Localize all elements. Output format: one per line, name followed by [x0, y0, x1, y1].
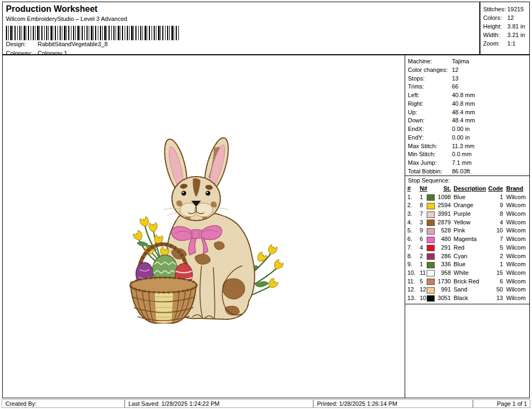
stop-sequence-row: 8. 2 286 Cyan 2 Wilcom: [405, 252, 529, 261]
machine-info-label: Up:: [408, 108, 452, 117]
machine-info-row: Trims:66: [408, 83, 528, 91]
summary-label: Width:: [483, 31, 507, 39]
machine-info-value: 86.03ft: [452, 168, 470, 174]
footer-page-number: Page 1 of 1: [473, 399, 530, 408]
machine-info-row: Down:48.4 mm: [408, 116, 528, 125]
design-barcode: [6, 26, 179, 40]
thread-description: Sand: [454, 286, 468, 294]
row-num: 8.: [407, 252, 418, 261]
design-name: RabbitSitandVegetable3_8: [38, 40, 107, 48]
stop-sequence-header: # N# St. Description Code Brand: [405, 185, 529, 193]
thread-code: 10: [486, 227, 503, 235]
machine-info-label: Machine:: [408, 57, 452, 66]
machine-info-value: 0.0 mm: [452, 151, 472, 157]
thread-code: 50: [486, 286, 503, 294]
machine-info-value: 40.8 mm: [452, 100, 475, 107]
stitch-count: 2879: [432, 218, 451, 227]
machine-info-label: Down:: [408, 116, 452, 125]
thread-brand: Wilcom: [506, 235, 526, 244]
thread-brand: Wilcom: [506, 218, 526, 227]
stop-sequence-row: 6. 6 480 Magenta 7 Wilcom: [405, 235, 529, 244]
machine-info-label: Max Stitch:: [408, 142, 452, 151]
thread-brand: Wilcom: [506, 277, 526, 286]
thread-code: 2: [486, 252, 503, 261]
machine-info-value: 40.8 mm: [452, 92, 475, 98]
machine-info-row: Machine:Tajima: [408, 57, 528, 66]
page-title: Production Worksheet: [6, 4, 97, 14]
thread-brand: Wilcom: [506, 252, 526, 261]
machine-info-label: Right:: [408, 100, 452, 108]
footer-last-saved: Last Saved: 1/28/2025 1:24:22 PM: [125, 399, 313, 408]
header-section: Production Worksheet Wilcom EmbroiderySt…: [2, 2, 480, 55]
thread-description: Red: [454, 244, 464, 252]
row-num: 10.: [407, 269, 418, 277]
thread-brand: Wilcom: [506, 227, 526, 235]
thread-description: Magenta: [454, 235, 477, 244]
thread-description: Blue: [454, 193, 465, 202]
machine-info-row: Total Bobbin:86.03ft: [408, 167, 528, 176]
thread-brand: Wilcom: [506, 260, 526, 269]
machine-info-row: EndY:0.00 in: [408, 134, 528, 142]
machine-info-row: Stops:13: [408, 75, 528, 83]
stitch-count: 958: [432, 269, 451, 277]
summary-label: Stitches:: [483, 5, 507, 13]
machine-info-label: Left:: [408, 91, 452, 100]
design-label: Design:: [6, 40, 26, 48]
machine-info-row: Left:40.8 mm: [408, 91, 528, 100]
footer-printed: Printed: 1/28/2025 1:26:14 PM: [313, 399, 473, 408]
col-header-brand: Brand: [506, 185, 523, 193]
stop-sequence-row: 2. 8 2594 Orange 9 Wilcom: [405, 201, 529, 210]
stitch-count: 3991: [432, 210, 451, 218]
summary-panel: Stitches:19215 Colors:12 Height:3.81 in …: [480, 2, 530, 55]
thread-description: Purple: [454, 210, 471, 218]
stitch-count: 1730: [432, 277, 451, 286]
thread-code: 1: [486, 260, 503, 269]
row-num: 9.: [407, 260, 418, 269]
summary-row: Width:3.21 in: [483, 31, 529, 39]
summary-label: Colors:: [483, 13, 507, 22]
machine-info-panel: Machine:Tajima Color changes:12 Stops:13…: [405, 55, 530, 398]
summary-label: Height:: [483, 22, 507, 31]
row-num: 5.: [407, 227, 418, 235]
machine-info-row: Min Stitch:0.0 mm: [408, 150, 528, 159]
machine-info-label: Trims:: [408, 83, 452, 91]
row-num: 11.: [407, 277, 418, 286]
thread-brand: Wilcom: [506, 286, 526, 294]
machine-info-row: Right:40.8 mm: [408, 100, 528, 108]
machine-info-row: EndX:0.00 in: [408, 125, 528, 134]
summary-value: 1:1: [507, 40, 515, 47]
row-num: 1.: [407, 193, 418, 202]
thread-description: Blue: [454, 260, 465, 269]
machine-info-row: Max Jump:7.1 mm: [408, 159, 528, 167]
row-num: 2.: [407, 201, 418, 210]
stitch-count: 991: [432, 286, 451, 294]
thread-brand: Wilcom: [506, 294, 526, 303]
thread-code: 9: [486, 201, 503, 210]
summary-label: Zoom:: [483, 39, 507, 48]
app-subtitle: Wilcom EmbroideryStudio – Level 3 Advanc…: [6, 16, 127, 22]
thread-description: Brick Red: [454, 277, 479, 286]
machine-info-label: Stops:: [408, 75, 452, 83]
thread-brand: Wilcom: [506, 210, 526, 218]
summary-row: Stitches:19215: [483, 5, 529, 13]
thread-code: 8: [486, 210, 503, 218]
thread-code: 15: [486, 269, 503, 277]
thread-description: Orange: [454, 201, 473, 210]
machine-info-value: 48.4 mm: [452, 109, 475, 115]
machine-info-label: Total Bobbin:: [408, 167, 452, 176]
summary-value: 3.21 in: [507, 32, 525, 38]
machine-info-row: Max Stitch:11.3 mm: [408, 142, 528, 151]
machine-info-label: Max Jump:: [408, 159, 452, 167]
col-header-num: #: [407, 185, 418, 193]
thread-description: White: [454, 269, 469, 277]
col-header-desc: Description: [454, 185, 486, 193]
thread-description: Pink: [454, 227, 465, 235]
col-header-code: Code: [486, 185, 503, 193]
stop-sequence-row: 10. 11 958 White 15 Wilcom: [405, 269, 529, 277]
thread-code: 6: [486, 277, 503, 286]
stop-sequence-row: 3. 7 3991 Purple 8 Wilcom: [405, 210, 529, 218]
stop-sequence-row: 1. 1 1098 Blue 1 Wilcom: [405, 193, 529, 202]
summary-row: Zoom:1:1: [483, 39, 529, 48]
thread-brand: Wilcom: [506, 244, 526, 252]
machine-info-value: 12: [452, 67, 458, 73]
